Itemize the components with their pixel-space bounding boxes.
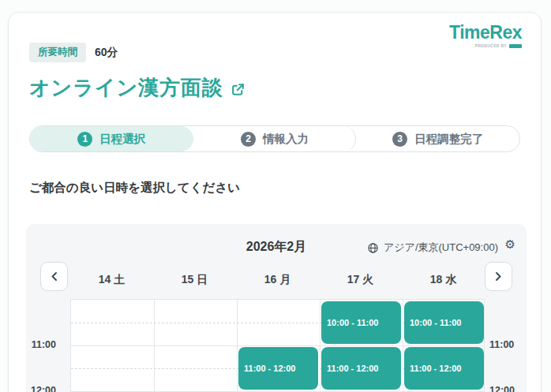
prev-week-button[interactable] — [40, 262, 68, 291]
producer-logo-icon — [509, 44, 522, 48]
grid-hour-line — [71, 345, 484, 346]
external-link-icon[interactable] — [231, 82, 246, 97]
produced-by-label: PRODUCED BY — [475, 43, 507, 48]
slot-wed-1000[interactable]: 10:00 - 11:00 — [404, 301, 484, 344]
gear-icon[interactable]: ⚙ — [505, 239, 515, 251]
timerex-logo[interactable]: TimeRex PRODUCED BY — [449, 23, 522, 48]
time-label-11-left: 11:00 — [26, 339, 56, 350]
duration-value: 60分 — [95, 46, 118, 60]
day-header-mon: 16 月 — [236, 273, 319, 287]
step-2-label: 情報入力 — [263, 132, 309, 147]
timezone-display: アジア/東京(UTC+09:00) — [367, 241, 498, 255]
globe-icon — [367, 242, 379, 254]
duration-row: 所要時間 60分 — [29, 43, 118, 62]
step-2-number: 2 — [241, 132, 256, 147]
time-label-12-right: 12:00 — [489, 385, 515, 392]
page-title: オンライン漢方面談 — [29, 74, 223, 102]
calendar-panel: 2026年2月 アジア/東京(UTC+09:00) ⚙ 14 土 15 日 — [26, 224, 527, 392]
chevron-left-icon — [51, 271, 58, 282]
step-3-number: 3 — [392, 132, 407, 147]
day-header-tue: 17 火 — [319, 273, 402, 287]
next-week-button[interactable] — [485, 262, 512, 291]
timezone-label: アジア/東京(UTC+09:00) — [384, 241, 498, 255]
slot-mon-1100[interactable]: 11:00 - 12:00 — [238, 347, 318, 390]
day-header-sun: 15 日 — [153, 273, 236, 287]
slot-wed-1100[interactable]: 11:00 - 12:00 — [404, 347, 484, 390]
time-label-12-left: 12:00 — [26, 385, 56, 392]
instruction-text: ご都合の良い日時を選択してください — [29, 180, 240, 196]
calendar-grid: 10:00 - 11:00 10:00 - 11:00 11:00 - 12:0… — [70, 299, 485, 392]
timerex-logo-text: TimeRex — [449, 23, 522, 43]
day-header-wed: 18 水 — [402, 273, 485, 287]
step-schedule-complete: 3 日程調整完了 — [356, 126, 519, 151]
slot-tue-1100[interactable]: 11:00 - 12:00 — [321, 347, 401, 390]
chevron-right-icon — [495, 271, 502, 282]
step-1-number: 1 — [77, 132, 92, 147]
title-row: オンライン漢方面談 — [29, 74, 246, 102]
step-schedule-select: 1 日程選択 — [30, 126, 193, 151]
timerex-logo-subline: PRODUCED BY — [449, 43, 522, 48]
step-1-label: 日程選択 — [99, 132, 145, 147]
duration-badge: 所要時間 — [29, 43, 86, 62]
day-header-sat: 14 土 — [70, 273, 153, 287]
stepper: 1 日程選択 2 情報入力 3 日程調整完了 — [29, 125, 520, 152]
step-3-label: 日程調整完了 — [414, 132, 483, 147]
time-label-11-right: 11:00 — [489, 339, 514, 350]
slot-tue-1000[interactable]: 10:00 - 11:00 — [321, 301, 401, 344]
booking-card: TimeRex PRODUCED BY 所要時間 60分 オンライン漢方面談 1… — [8, 12, 542, 392]
step-info-input: 2 情報入力 — [193, 126, 357, 151]
